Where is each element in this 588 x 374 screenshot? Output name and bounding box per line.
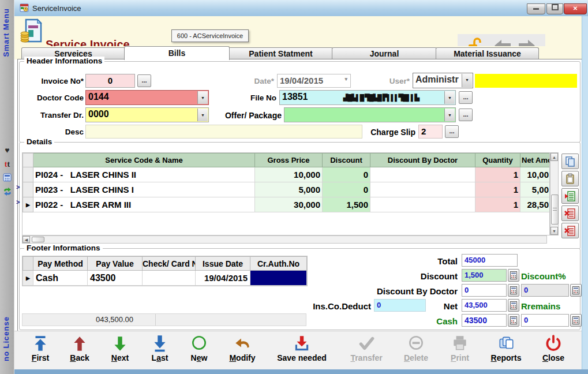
- col-quantity[interactable]: Quantity: [475, 154, 520, 167]
- col-pay-method[interactable]: Pay Method: [33, 257, 88, 271]
- file-no-dropdown-icon[interactable]: ▼: [444, 91, 455, 104]
- invoice-no-field[interactable]: 0: [85, 74, 135, 88]
- ins-co-deduct-label: Ins.Co.Deduct: [286, 301, 371, 311]
- table-row[interactable]: ▶ PI022 - LASER ARM III 30,000 1,500 1 2…: [23, 197, 550, 212]
- scrollbar-thumb[interactable]: [32, 237, 44, 242]
- grid-vertical-scrollbar[interactable]: ▲ ▼: [550, 152, 559, 235]
- heart-icon[interactable]: ♥: [2, 145, 12, 155]
- charge-slip-browse-button[interactable]: ...: [445, 125, 459, 138]
- col-gross-price[interactable]: Gross Price: [255, 154, 323, 167]
- highlight-field[interactable]: [475, 74, 577, 88]
- table-row[interactable]: ▶ Cash 43500 19/04/2015: [23, 271, 307, 286]
- tab-journal[interactable]: Journal: [332, 47, 437, 59]
- discount-pct-field[interactable]: 0: [521, 284, 569, 297]
- tooltip: 600 - ACServiceInvoice: [171, 29, 249, 42]
- reports-button[interactable]: Reports: [480, 333, 532, 368]
- discount-by-doctor-calc-button[interactable]: [508, 284, 519, 297]
- doctor-code-dropdown-icon[interactable]: ▼: [197, 91, 208, 104]
- transfer-button: Transfer: [340, 333, 392, 368]
- doctor-code-combo[interactable]: 0144▼: [85, 90, 209, 105]
- patient-name-obscured: ▟█▙▌█ ▜█▙█ ▛▌▌▌▜█▌▌▙: [343, 94, 419, 102]
- smart-menu-sidebar[interactable]: Smart Menu ♥ tt no License: [0, 0, 16, 374]
- charge-slip-field[interactable]: 2: [418, 125, 443, 139]
- user-dropdown-icon[interactable]: ▼: [462, 74, 472, 87]
- net-field[interactable]: 43,500: [462, 299, 507, 312]
- net-calc-button[interactable]: [508, 299, 519, 312]
- transfer-dr-combo[interactable]: 0000▼: [85, 107, 209, 122]
- delete-all-rows-button[interactable]: [561, 223, 579, 238]
- calculator-icon[interactable]: [2, 173, 12, 183]
- discount-pct-calc-button[interactable]: [570, 284, 582, 297]
- app-icon: [20, 3, 29, 15]
- section-title: Footer Informations: [24, 244, 103, 252]
- window-right-border: [582, 16, 588, 369]
- window-titlebar[interactable]: ServiceInvoice ✕: [14, 0, 588, 17]
- tab-bills[interactable]: Bills: [124, 46, 230, 60]
- scrollbar-thumb[interactable]: [551, 195, 559, 225]
- reports-icon: [497, 334, 515, 353]
- tab-material-issuance[interactable]: Material Issuance: [436, 47, 539, 59]
- col-net-amount[interactable]: Net Amount: [520, 154, 550, 167]
- paste-button[interactable]: [561, 171, 579, 186]
- text-tool-icon[interactable]: tt: [2, 159, 12, 169]
- copy-button[interactable]: [561, 154, 579, 169]
- offer-package-combo[interactable]: ▼: [284, 107, 456, 122]
- discount-by-doctor-label: Discount By Doctor: [343, 286, 458, 296]
- current-row-icon: ▶: [23, 197, 33, 212]
- bottom-toolbar: First Back Next Last New Modify Save nee…: [14, 331, 588, 370]
- delete-icon: [407, 334, 425, 353]
- tab-patient-statment[interactable]: Patient Statment: [229, 47, 333, 59]
- insert-row-button[interactable]: [561, 188, 579, 204]
- minimize-button[interactable]: [527, 3, 545, 14]
- desc-field[interactable]: [85, 125, 362, 139]
- scroll-up-icon[interactable]: ▲: [550, 153, 558, 161]
- last-icon: [151, 334, 169, 353]
- transfer-dr-dropdown-icon[interactable]: ▼: [197, 109, 208, 121]
- close-button[interactable]: Close: [527, 333, 579, 368]
- desc-label: Desc: [20, 128, 84, 136]
- col-service-code-name[interactable]: Service Code & Name: [33, 154, 255, 167]
- offer-package-browse-button[interactable]: ...: [459, 109, 473, 121]
- invoice-no-browse-button[interactable]: ...: [137, 74, 151, 87]
- services-grid[interactable]: Service Code & Name Gross Price Discount…: [22, 152, 550, 235]
- row-marker: >: [16, 184, 20, 190]
- col-cr-auth-no[interactable]: Cr.Auth.No: [250, 257, 307, 271]
- discount-by-doctor-field[interactable]: 0: [462, 284, 507, 297]
- cash-calc-button[interactable]: [508, 314, 519, 327]
- maximize-button[interactable]: [546, 3, 563, 14]
- save-icon: [293, 334, 311, 353]
- scroll-down-icon[interactable]: ▼: [550, 227, 558, 235]
- discount-field[interactable]: 1,500: [462, 269, 507, 282]
- table-row[interactable]: PI023 - LASER CHINS I 5,000 0 1 5,00: [23, 182, 550, 197]
- modify-button[interactable]: Modify: [216, 333, 268, 368]
- pay-grid-header-row: Pay Method Pay Value Check/ Card No Issu…: [23, 257, 307, 271]
- scroll-left-icon[interactable]: ◀: [23, 236, 30, 243]
- payments-grid[interactable]: Pay Method Pay Value Check/ Card No Issu…: [22, 256, 308, 286]
- section-title: Header Informations: [24, 57, 104, 65]
- sync-icon[interactable]: [2, 187, 12, 197]
- cash-field[interactable]: 43500: [462, 314, 507, 327]
- service-invoice-window: ServiceInvoice ✕ Service Invoice 600 - A…: [14, 0, 588, 374]
- col-discount[interactable]: Discount: [323, 154, 370, 167]
- date-field[interactable]: 19/04/2015▾: [277, 74, 351, 88]
- file-no-combo[interactable]: 13851▟█▙▌█ ▜█▙█ ▛▌▌▌▜█▌▌▙▼: [279, 90, 456, 105]
- date-dropdown-icon[interactable]: ▾: [344, 76, 347, 82]
- file-no-browse-button[interactable]: ...: [459, 91, 473, 104]
- col-discount-by-doctor[interactable]: Discount By Doctor: [370, 154, 475, 167]
- col-issue-date[interactable]: Issue Date: [196, 257, 250, 271]
- user-combo[interactable]: Administr▼: [413, 73, 473, 88]
- discount-calc-button[interactable]: [508, 269, 519, 282]
- remains-calc-button[interactable]: [570, 314, 582, 327]
- user-label: User*: [384, 77, 410, 85]
- col-pay-value[interactable]: Pay Value: [88, 257, 143, 271]
- cash-label: Cash: [401, 316, 458, 326]
- table-row[interactable]: PI024 - LASER CHINS II 10,000 0 1 10,00: [23, 167, 550, 182]
- col-check-card-no[interactable]: Check/ Card No: [143, 257, 196, 271]
- offer-package-dropdown-icon[interactable]: ▼: [444, 109, 455, 121]
- close-window-button[interactable]: ✕: [564, 3, 587, 14]
- total-field[interactable]: 45000: [462, 254, 518, 267]
- save-needed-button[interactable]: Save needed: [270, 333, 334, 368]
- grid-horizontal-scrollbar[interactable]: ◀: [22, 235, 547, 244]
- delete-row-button[interactable]: [561, 205, 579, 221]
- remains-field[interactable]: 0: [521, 314, 569, 327]
